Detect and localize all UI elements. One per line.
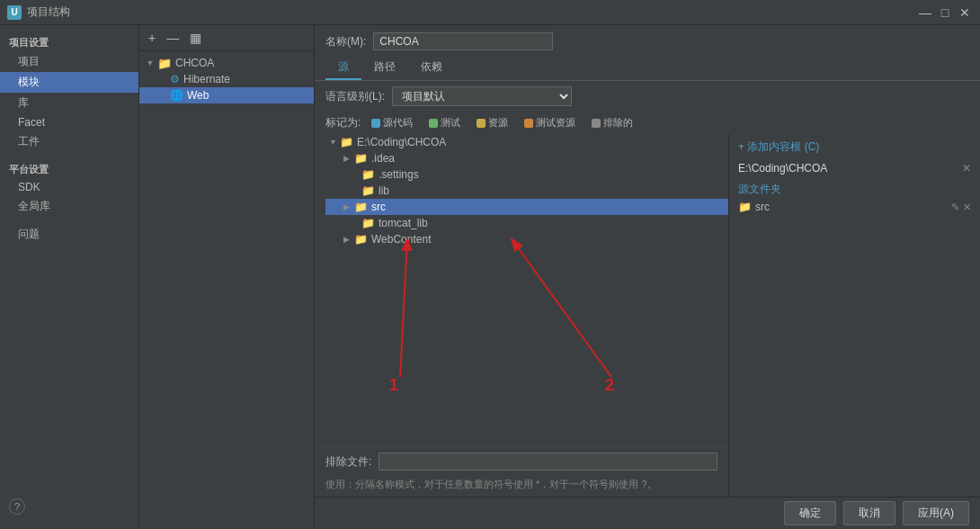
sidebar-item-problems[interactable]: 问题	[0, 224, 138, 245]
help-button[interactable]: ?	[0, 491, 138, 522]
lang-row: 语言级别(L): 项目默认	[315, 81, 980, 112]
tree-add-button[interactable]: +	[145, 29, 159, 47]
tree-edit-button[interactable]: ▦	[186, 29, 205, 47]
source-panel-close-button[interactable]: ✕	[962, 162, 971, 175]
mark-test-resource-badge[interactable]: 测试资源	[519, 115, 581, 130]
title-bar: U 项目结构 — □ ✕	[0, 0, 980, 25]
ftree-node-src[interactable]: ▶ 📁 src	[325, 199, 728, 215]
tree-remove-button[interactable]: —	[163, 29, 183, 47]
mark-test-resource-dot	[524, 119, 533, 128]
source-panel: + 添加内容根 (C) E:\Coding\CHCOA ✕ 源文件夹 📁 src…	[728, 134, 980, 497]
sidebar-item-facet[interactable]: Facet	[0, 113, 138, 131]
mark-resource-dot	[477, 119, 486, 128]
sidebar-item-project[interactable]: 项目	[0, 51, 138, 72]
svg-text:1: 1	[389, 376, 398, 394]
exclude-input[interactable]	[379, 453, 717, 471]
bottom-bar: 确定 取消 应用(A)	[315, 497, 980, 529]
add-content-root-button[interactable]: + 添加内容根 (C)	[738, 139, 819, 155]
mark-source-dot	[371, 119, 380, 128]
close-button[interactable]: ✕	[957, 4, 973, 21]
mark-source-badge[interactable]: 源代码	[366, 115, 418, 130]
source-folder-edit-button[interactable]: ✎	[951, 202, 959, 213]
mark-test-dot	[429, 119, 438, 128]
mark-excluded-badge[interactable]: 排除的	[586, 115, 638, 130]
apply-button[interactable]: 应用(A)	[903, 501, 969, 525]
name-input[interactable]	[373, 32, 553, 50]
mark-resource-badge[interactable]: 资源	[471, 115, 513, 130]
ftree-node-root[interactable]: ▼ 📁 E:\Coding\CHCOA	[325, 134, 728, 150]
mark-row: 标记为: 源代码 测试 资源 测试资源 排除的	[315, 112, 980, 134]
svg-line-2	[400, 240, 407, 377]
maximize-button[interactable]: □	[937, 4, 953, 21]
tab-source[interactable]: 源	[325, 56, 361, 80]
tree-toolbar: + — ▦	[139, 25, 314, 51]
source-folder-row: 📁 src ✎ ✕	[729, 199, 980, 215]
sidebar-item-global-lib[interactable]: 全局库	[0, 196, 138, 217]
ftree-node-idea[interactable]: ▶ 📁 .idea	[325, 150, 728, 166]
exclude-hint: 使用；分隔名称模式，对于任意数量的符号使用 *，对于一个符号则使用 ?。	[315, 476, 728, 497]
file-tree-content: ▼ 📁 E:\Coding\CHCOA ▶ 📁 .idea 📁 .setting…	[315, 134, 728, 446]
lang-label: 语言级别(L):	[325, 89, 385, 104]
sidebar-item-library[interactable]: 库	[0, 93, 138, 113]
tab-path[interactable]: 路径	[361, 56, 408, 80]
ftree-node-tomcat[interactable]: 📁 tomcat_lib	[325, 215, 728, 231]
lang-select[interactable]: 项目默认	[392, 86, 572, 106]
tabs-row: 源 路径 依赖	[315, 56, 980, 81]
window-title: 项目结构	[27, 4, 917, 20]
exclude-label: 排除文件:	[325, 454, 371, 470]
ftree-node-lib[interactable]: 📁 lib	[325, 183, 728, 199]
name-label: 名称(M):	[325, 34, 366, 49]
sidebar-item-module[interactable]: 模块	[0, 72, 138, 93]
svg-text:2: 2	[605, 376, 614, 394]
source-panel-path-row: E:\Coding\CHCOA ✕	[729, 160, 980, 176]
mark-label: 标记为:	[325, 115, 361, 130]
minimize-button[interactable]: —	[917, 4, 933, 21]
svg-line-3	[512, 240, 611, 377]
mark-test-badge[interactable]: 测试	[423, 115, 466, 130]
app-icon: U	[7, 5, 22, 20]
tree-node-hibernate[interactable]: ⚙ Hibernate	[139, 71, 314, 87]
source-folder-delete-button[interactable]: ✕	[963, 202, 971, 213]
sidebar-item-sdk[interactable]: SDK	[0, 178, 138, 196]
confirm-button[interactable]: 确定	[784, 501, 836, 525]
sidebar-item-artifact[interactable]: 工件	[0, 131, 138, 152]
sidebar: 项目设置 项目 模块 库 Facet 工件 平台设置 SDK 全局库 问题 ?	[0, 25, 139, 529]
tab-deps[interactable]: 依赖	[408, 56, 455, 80]
sidebar-section-project-settings: 项目设置	[0, 32, 138, 51]
tree-node-web[interactable]: 🌐 Web	[139, 87, 314, 103]
name-row: 名称(M):	[315, 25, 980, 56]
ftree-node-webcontent[interactable]: ▶ 📁 WebContent	[325, 231, 728, 247]
mark-excluded-dot	[592, 119, 601, 128]
module-tree-panel: + — ▦ ▼ 📁 CHCOA ⚙ Hibernate 🌐 Web	[139, 25, 315, 529]
ftree-node-settings[interactable]: 📁 .settings	[325, 166, 728, 183]
tree-node-chcoa[interactable]: ▼ 📁 CHCOA	[139, 55, 314, 71]
sidebar-section-platform-settings: 平台设置	[0, 159, 138, 178]
source-folders-title: 源文件夹	[729, 176, 980, 199]
tree-content: ▼ 📁 CHCOA ⚙ Hibernate 🌐 Web	[139, 51, 314, 529]
cancel-button[interactable]: 取消	[843, 501, 895, 525]
